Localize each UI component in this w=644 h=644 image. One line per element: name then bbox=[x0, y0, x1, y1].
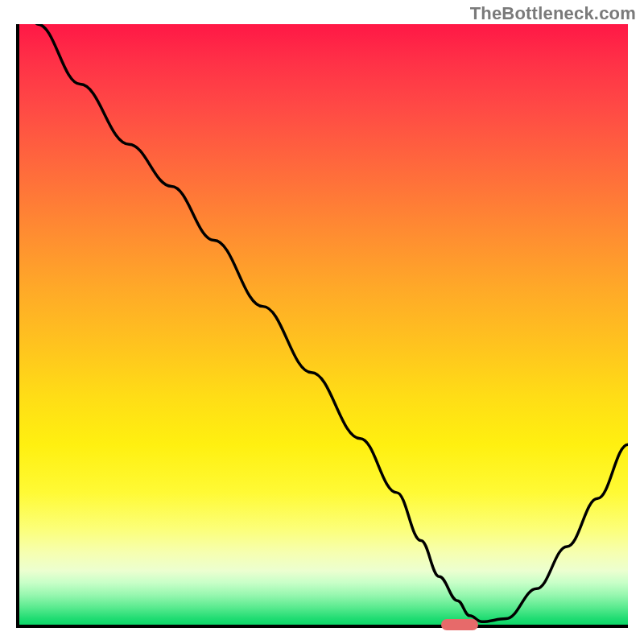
optimal-marker bbox=[441, 619, 478, 630]
plot-area bbox=[16, 24, 628, 628]
gradient-fill bbox=[19, 24, 628, 625]
chart-container: TheBottleneck.com bbox=[0, 0, 644, 644]
watermark-text: TheBottleneck.com bbox=[470, 3, 636, 24]
